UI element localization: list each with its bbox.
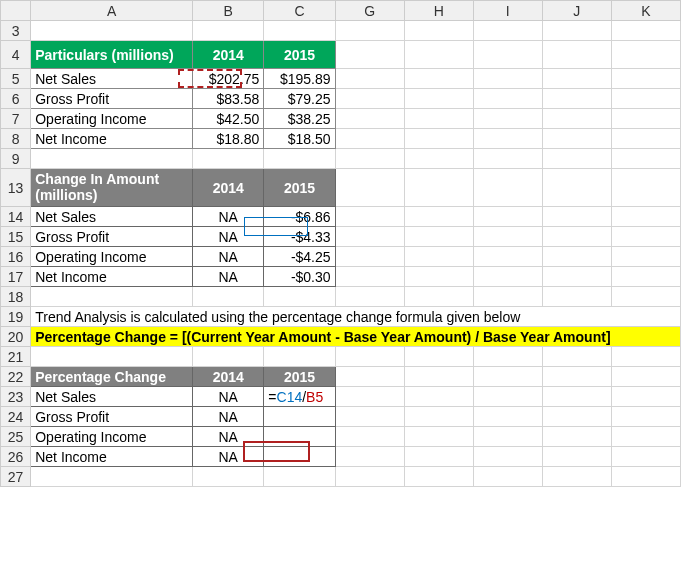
table-row-label[interactable]: Net Sales (31, 387, 193, 407)
table-row-label[interactable]: Operating Income (31, 109, 193, 129)
row-header[interactable]: 17 (1, 267, 31, 287)
cell[interactable]: NA (193, 427, 264, 447)
row-header[interactable]: 25 (1, 427, 31, 447)
select-all-corner[interactable] (1, 1, 31, 21)
row-3[interactable]: 3 (1, 21, 681, 41)
row-header[interactable]: 3 (1, 21, 31, 41)
col-header-A[interactable]: A (31, 1, 193, 21)
cell[interactable]: $18.50 (264, 129, 335, 149)
cell[interactable]: -$4.33 (264, 227, 335, 247)
cell[interactable]: NA (193, 247, 264, 267)
cell[interactable]: $83.58 (193, 89, 264, 109)
row-13[interactable]: 13 Change In Amount (millions) 2014 2015 (1, 169, 681, 207)
col-header-J[interactable]: J (542, 1, 611, 21)
cell[interactable]: -$0.30 (264, 267, 335, 287)
row-header[interactable]: 8 (1, 129, 31, 149)
table1-header-2014: 2014 (193, 41, 264, 69)
row-8[interactable]: 8 Net Income $18.80 $18.50 (1, 129, 681, 149)
table3-header-2015: 2015 (264, 367, 335, 387)
cell-C14[interactable]: -$6.86 (264, 207, 335, 227)
table3-header-2014: 2014 (193, 367, 264, 387)
row-header[interactable]: 9 (1, 149, 31, 169)
cell[interactable] (264, 427, 335, 447)
row-6[interactable]: 6 Gross Profit $83.58 $79.25 (1, 89, 681, 109)
table-row-label[interactable]: Net Sales (31, 69, 193, 89)
col-header-B[interactable]: B (193, 1, 264, 21)
row-18[interactable]: 18 (1, 287, 681, 307)
table-row-label[interactable]: Net Income (31, 267, 193, 287)
row-17[interactable]: 17 Net Income NA -$0.30 (1, 267, 681, 287)
cell-C23-editing[interactable]: =C14/B5 (264, 387, 335, 407)
cell[interactable]: $79.25 (264, 89, 335, 109)
cell[interactable]: NA (193, 207, 264, 227)
row-26[interactable]: 26 Net Income NA (1, 447, 681, 467)
row-header[interactable]: 5 (1, 69, 31, 89)
cell-C5[interactable]: $195.89 (264, 69, 335, 89)
table-row-label[interactable]: Net Income (31, 129, 193, 149)
row-21[interactable]: 21 (1, 347, 681, 367)
row-header[interactable]: 22 (1, 367, 31, 387)
row-9[interactable]: 9 (1, 149, 681, 169)
cell[interactable]: NA (193, 407, 264, 427)
table-row-label[interactable]: Net Sales (31, 207, 193, 227)
cell[interactable]: NA (193, 267, 264, 287)
cell[interactable]: NA (193, 447, 264, 467)
row-22[interactable]: 22 Percentage Change 2014 2015 (1, 367, 681, 387)
table-row-label[interactable]: Gross Profit (31, 407, 193, 427)
cell[interactable] (264, 447, 335, 467)
row-5[interactable]: 5 Net Sales $202.75 $195.89 (1, 69, 681, 89)
table-row-label[interactable]: Net Income (31, 447, 193, 467)
table-row-label[interactable]: Gross Profit (31, 89, 193, 109)
row-23[interactable]: 23 Net Sales NA =C14/B5 (1, 387, 681, 407)
cell[interactable]: -$4.25 (264, 247, 335, 267)
column-header-row[interactable]: A B C G H I J K (1, 1, 681, 21)
row-header[interactable]: 18 (1, 287, 31, 307)
row-header[interactable]: 27 (1, 467, 31, 487)
table1-header-2015: 2015 (264, 41, 335, 69)
cell[interactable]: $38.25 (264, 109, 335, 129)
row-19[interactable]: 19 Trend Analysis is calculated using th… (1, 307, 681, 327)
col-header-G[interactable]: G (335, 1, 404, 21)
row-7[interactable]: 7 Operating Income $42.50 $38.25 (1, 109, 681, 129)
row-header[interactable]: 23 (1, 387, 31, 407)
cell[interactable]: NA (193, 387, 264, 407)
formula-ref-b5: B5 (306, 389, 323, 405)
row-header[interactable]: 26 (1, 447, 31, 467)
col-header-I[interactable]: I (473, 1, 542, 21)
note-text: Trend Analysis is calculated using the p… (31, 307, 681, 327)
row-header[interactable]: 15 (1, 227, 31, 247)
row-4[interactable]: 4 Particulars (millions) 2014 2015 (1, 41, 681, 69)
row-header[interactable]: 20 (1, 327, 31, 347)
grid-table[interactable]: A B C G H I J K 3 4 Particulars (million… (0, 0, 681, 487)
row-header[interactable]: 24 (1, 407, 31, 427)
row-header[interactable]: 16 (1, 247, 31, 267)
col-header-K[interactable]: K (611, 1, 680, 21)
col-header-C[interactable]: C (264, 1, 335, 21)
row-header[interactable]: 21 (1, 347, 31, 367)
cell[interactable]: $18.80 (193, 129, 264, 149)
row-25[interactable]: 25 Operating Income NA (1, 427, 681, 447)
formula-ref-c14: C14 (277, 389, 303, 405)
row-header[interactable]: 13 (1, 169, 31, 207)
col-header-H[interactable]: H (404, 1, 473, 21)
cell[interactable] (264, 407, 335, 427)
cell[interactable]: $42.50 (193, 109, 264, 129)
row-24[interactable]: 24 Gross Profit NA (1, 407, 681, 427)
row-header[interactable]: 7 (1, 109, 31, 129)
row-header[interactable]: 14 (1, 207, 31, 227)
cell[interactable]: NA (193, 227, 264, 247)
table-row-label[interactable]: Operating Income (31, 427, 193, 447)
row-header[interactable]: 4 (1, 41, 31, 69)
row-27[interactable]: 27 (1, 467, 681, 487)
row-15[interactable]: 15 Gross Profit NA -$4.33 (1, 227, 681, 247)
table-row-label[interactable]: Operating Income (31, 247, 193, 267)
cell-B5[interactable]: $202.75 (193, 69, 264, 89)
row-20[interactable]: 20 Percentage Change = [(Current Year Am… (1, 327, 681, 347)
table-row-label[interactable]: Gross Profit (31, 227, 193, 247)
row-header[interactable]: 6 (1, 89, 31, 109)
spreadsheet[interactable]: A B C G H I J K 3 4 Particulars (million… (0, 0, 681, 564)
formula-description: Percentage Change = [(Current Year Amoun… (31, 327, 681, 347)
row-14[interactable]: 14 Net Sales NA -$6.86 (1, 207, 681, 227)
row-header[interactable]: 19 (1, 307, 31, 327)
row-16[interactable]: 16 Operating Income NA -$4.25 (1, 247, 681, 267)
